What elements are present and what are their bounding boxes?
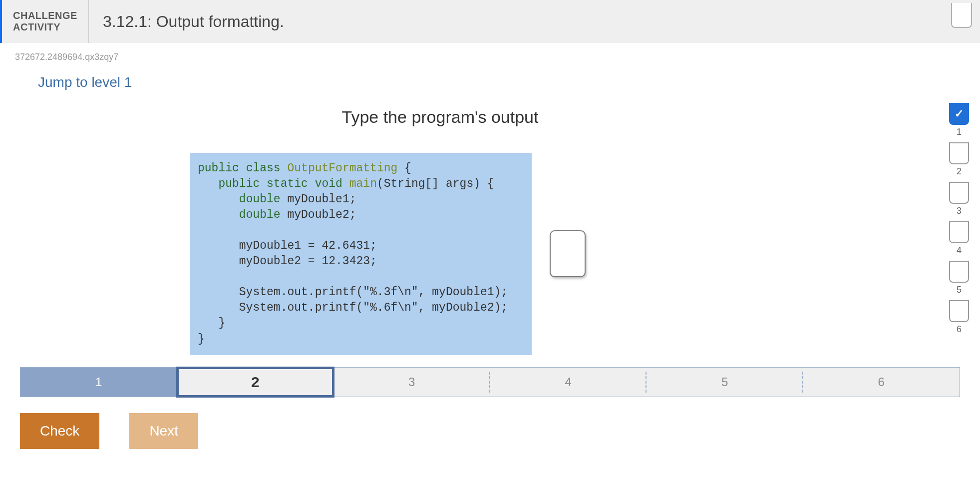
rail-item-6[interactable]: 6	[949, 300, 969, 335]
bookmark-icon	[949, 221, 969, 243]
bookmark-icon	[949, 300, 969, 322]
step-label: 1	[95, 375, 102, 389]
rail-item-5[interactable]: 5	[949, 261, 969, 295]
rail-item-4[interactable]: 4	[949, 221, 969, 256]
level-tracker: ✓ 1 2 3 4 5 6	[949, 103, 969, 335]
next-button[interactable]: Next	[129, 413, 198, 449]
answer-input[interactable]	[550, 230, 586, 277]
rail-num: 6	[957, 324, 962, 335]
step-4[interactable]: 4	[490, 368, 647, 397]
bookmark-icon	[949, 261, 969, 283]
code-block: public class OutputFormatting { public s…	[190, 153, 532, 355]
step-label: 3	[408, 375, 415, 389]
rail-num: 4	[957, 245, 962, 256]
progress-steps: 1 2 3 4 5 6	[20, 367, 960, 397]
activity-header: CHALLENGE ACTIVITY 3.12.1: Output format…	[0, 0, 980, 43]
step-label: 2	[251, 374, 260, 391]
activity-content: 372672.2489694.qx3zqy7 Jump to level 1 T…	[0, 43, 980, 469]
step-1[interactable]: 1	[20, 368, 177, 397]
bookmark-icon	[949, 182, 969, 204]
rail-item-3[interactable]: 3	[949, 182, 969, 216]
code-row: public class OutputFormatting { public s…	[190, 153, 960, 355]
rail-item-1[interactable]: ✓ 1	[949, 103, 969, 137]
rail-num: 3	[957, 206, 962, 216]
label-line-2: ACTIVITY	[13, 21, 77, 33]
activity-id: 372672.2489694.qx3zqy7	[15, 52, 960, 62]
activity-title: 3.12.1: Output formatting.	[89, 12, 284, 31]
checkmark-icon: ✓	[949, 103, 969, 125]
step-label: 6	[878, 375, 885, 389]
rail-item-2[interactable]: 2	[949, 142, 969, 177]
label-line-1: CHALLENGE	[13, 10, 77, 21]
button-row: Check Next	[20, 413, 960, 449]
jump-to-level-link[interactable]: Jump to level 1	[38, 74, 132, 90]
step-5[interactable]: 5	[647, 368, 803, 397]
step-label: 4	[565, 375, 572, 389]
activity-type-label: CHALLENGE ACTIVITY	[2, 0, 89, 43]
step-2[interactable]: 2	[177, 368, 334, 397]
bookmark-icon[interactable]	[951, 3, 972, 28]
check-button[interactable]: Check	[20, 413, 99, 449]
rail-num: 2	[957, 166, 962, 177]
step-6[interactable]: 6	[803, 368, 960, 397]
rail-num: 5	[957, 285, 962, 295]
step-label: 5	[721, 375, 728, 389]
rail-num: 1	[957, 127, 962, 137]
step-3[interactable]: 3	[333, 368, 490, 397]
prompt-text: Type the program's output	[0, 107, 960, 127]
bookmark-icon	[949, 142, 969, 164]
